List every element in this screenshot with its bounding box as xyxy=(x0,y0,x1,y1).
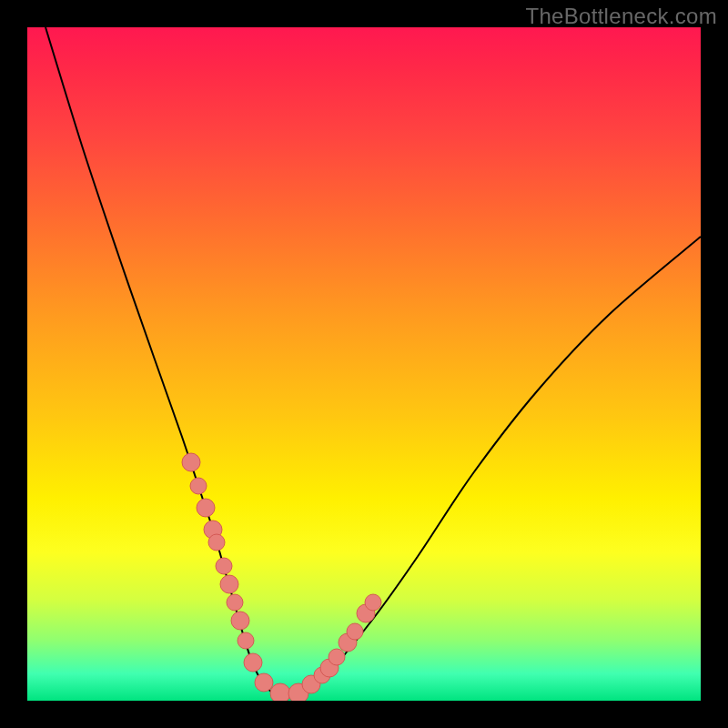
curve-svg xyxy=(27,27,701,701)
highlight-dot xyxy=(329,649,345,665)
highlight-dot xyxy=(227,594,243,611)
highlight-dot xyxy=(208,534,225,551)
plot-area xyxy=(27,27,701,701)
highlight-dot xyxy=(216,558,232,574)
chart-container: TheBottleneck.com xyxy=(0,0,728,728)
highlight-dot xyxy=(231,612,249,630)
watermark-text: TheBottleneck.com xyxy=(525,4,717,29)
highlight-dot xyxy=(244,653,262,672)
highlight-dot xyxy=(347,623,363,640)
highlight-dot xyxy=(270,683,290,701)
highlight-dot xyxy=(182,453,200,471)
highlight-dot xyxy=(238,632,254,649)
highlight-dot xyxy=(190,478,207,494)
highlight-dot xyxy=(197,499,215,517)
highlight-dot xyxy=(255,673,273,692)
highlight-dot xyxy=(365,594,381,611)
highlight-dots xyxy=(182,453,381,701)
highlight-dot xyxy=(220,575,238,593)
